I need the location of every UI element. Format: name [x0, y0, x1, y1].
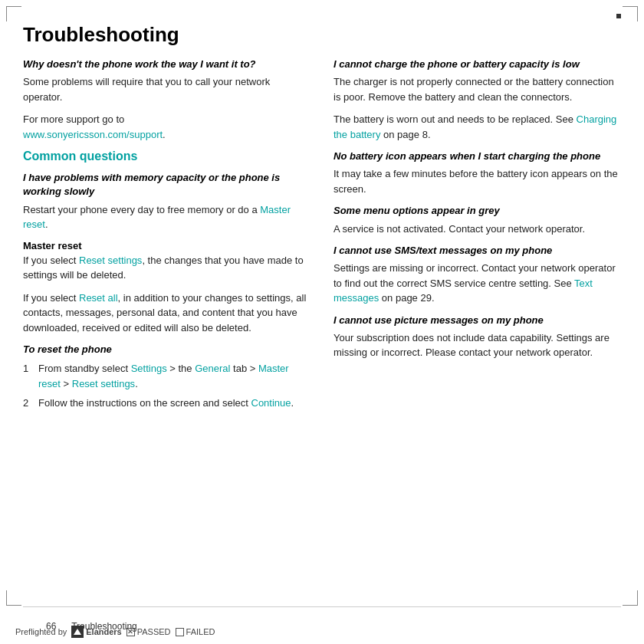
corner-mark-br	[623, 590, 638, 606]
content-area: Troubleshooting Why doesn't the phone wo…	[23, 15, 621, 598]
memory-body: Restart your phone every day to free mem…	[23, 202, 310, 232]
battery-pre: The battery is worn out and needs to be …	[334, 113, 573, 125]
support-link[interactable]: www.sonyericsson.com/support	[23, 129, 163, 140]
ra-pre: If you select	[23, 292, 76, 304]
settings-link[interactable]: Settings	[131, 363, 167, 374]
picture-msg-body: Your subscription does not include data …	[334, 330, 621, 360]
reset-settings-link-2[interactable]: Reset settings	[72, 378, 135, 389]
charge-body1: The charger is not properly connected or…	[334, 74, 621, 104]
step-2: 2 Follow the instructions on the screen …	[23, 396, 310, 411]
step-1-num: 1	[23, 361, 34, 391]
reset-phone-heading: To reset the phone	[23, 343, 310, 356]
grey-menu-heading: Some menu options appear in grey	[334, 204, 621, 218]
corner-mark-bl	[6, 590, 21, 606]
support-text-pre: For more support go to	[23, 113, 124, 125]
failed-checkbox	[176, 628, 184, 636]
battery-post: on page 8.	[380, 129, 430, 140]
preflight-text: Preflighted by	[15, 627, 67, 636]
general-link[interactable]: General	[195, 363, 230, 374]
q1-intro-body2: For more support go to www.sonyericsson.…	[23, 112, 310, 142]
step-1: 1 From standby select Settings > the Gen…	[23, 361, 310, 391]
q1-intro-body1: Some problems will require that you to c…	[23, 74, 310, 104]
sms-body: Settings are missing or incorrect. Conta…	[334, 261, 621, 306]
reset-settings-link[interactable]: Reset settings	[79, 255, 142, 266]
footer-divider	[23, 606, 621, 607]
picture-msg-heading: I cannot use picture messages on my phon…	[334, 314, 621, 327]
master-reset-heading: Master reset	[23, 240, 310, 251]
elanders-icon	[71, 626, 84, 638]
passed-text: PASSED	[137, 627, 171, 636]
step-1-text: From standby select Settings > the Gener…	[38, 361, 310, 391]
page-title: Troubleshooting	[23, 23, 621, 47]
rs-pre: If you select	[23, 255, 76, 266]
reset-all-body: If you select Reset all, in addition to …	[23, 291, 310, 336]
reset-steps-list: 1 From standby select Settings > the Gen…	[23, 361, 310, 411]
grey-menu-body: A service is not activated. Contact your…	[334, 222, 621, 237]
failed-label: FAILED	[176, 627, 215, 636]
reset-all-link[interactable]: Reset all	[79, 292, 118, 304]
passed-label: ✕ PASSED	[127, 627, 171, 636]
sms-heading: I cannot use SMS/text messages on my pho…	[334, 244, 621, 258]
memory-text-pre: Restart your phone every day to free mem…	[23, 204, 258, 215]
battery-icon-heading: No battery icon appears when I start cha…	[334, 150, 621, 163]
charge-heading: I cannot charge the phone or battery cap…	[334, 58, 621, 71]
step-2-num: 2	[23, 396, 34, 411]
sms-pre: Settings are missing or incorrect. Conta…	[334, 262, 616, 289]
elanders-logo: Elanders	[71, 626, 121, 638]
preflight-bar: Preflighted by Elanders ✕ PASSED FAILED	[15, 626, 215, 638]
left-column: Why doesn't the phone work the way I wan…	[23, 58, 310, 598]
battery-icon-body: It may take a few minutes before the bat…	[334, 166, 621, 196]
support-period: .	[163, 129, 166, 140]
page: Troubleshooting Why doesn't the phone wo…	[0, 0, 644, 644]
sms-post: on page 29.	[379, 292, 434, 304]
passed-checkbox: ✕	[127, 628, 135, 636]
corner-mark-tl	[6, 6, 21, 21]
step-2-text: Follow the instructions on the screen an…	[38, 396, 294, 411]
q1-intro-heading: Why doesn't the phone work the way I wan…	[23, 58, 310, 71]
two-column-layout: Why doesn't the phone work the way I wan…	[23, 58, 621, 598]
elanders-name: Elanders	[86, 627, 121, 636]
failed-text: FAILED	[186, 627, 215, 636]
memory-question-heading: I have problems with memory capacity or …	[23, 171, 310, 199]
charge-body2: The battery is worn out and needs to be …	[334, 112, 621, 142]
reset-settings-body: If you select Reset settings, the change…	[23, 253, 310, 283]
right-column: I cannot charge the phone or battery cap…	[334, 58, 621, 598]
common-questions-heading: Common questions	[23, 150, 310, 163]
continue-link[interactable]: Continue	[251, 397, 291, 409]
corner-mark-tr	[623, 6, 638, 21]
